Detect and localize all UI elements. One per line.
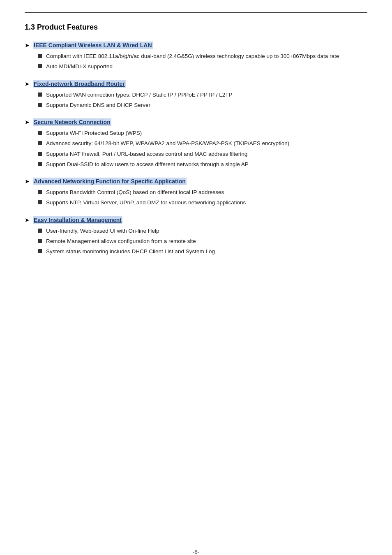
bullet-square-icon [38, 200, 42, 204]
list-item: Supports NTP, Virtual Server, UPnP, and … [38, 199, 367, 207]
list-item: Supports Dynamic DNS and DHCP Server [38, 101, 367, 109]
feature-heading-row-ieee-lan: ➤IEEE Compliant Wireless LAN & Wired LAN [25, 42, 367, 49]
bullet-text: Advanced security: 64/128-bit WEP, WPA/W… [46, 139, 367, 148]
bullet-square-icon [38, 141, 42, 145]
arrow-icon: ➤ [25, 42, 30, 49]
feature-heading-text-easy-install: Easy Installation & Management [33, 216, 122, 224]
list-item: Supports NAT firewall, Port / URL-based … [38, 150, 367, 158]
arrow-icon: ➤ [25, 81, 30, 87]
bullet-text: Supports NTP, Virtual Server, UPnP, and … [46, 199, 367, 207]
bullet-list-easy-install: User-friendly, Web-based UI with On-line… [38, 227, 367, 256]
feature-heading-text-ieee-lan: IEEE Compliant Wireless LAN & Wired LAN [33, 42, 153, 49]
arrow-icon: ➤ [25, 217, 30, 223]
feature-section-fixed-broadband: ➤Fixed-network Broadband RouterSupported… [25, 80, 367, 110]
feature-section-ieee-lan: ➤IEEE Compliant Wireless LAN & Wired LAN… [25, 42, 367, 71]
list-item: Compliant with IEEE 802.11a/b/g/n/ac dua… [38, 52, 367, 60]
feature-heading-row-secure-network: ➤Secure Network Connection [25, 118, 367, 126]
bullet-square-icon [38, 92, 42, 97]
bullet-square-icon [38, 131, 42, 135]
bullet-text: Supported WAN connection types: DHCP / S… [46, 91, 367, 99]
bullet-list-secure-network: Supports Wi-Fi Protected Setup (WPS)Adva… [38, 129, 367, 169]
list-item: Supports Bandwidth Control (QoS) based o… [38, 188, 367, 197]
list-item: Advanced security: 64/128-bit WEP, WPA/W… [38, 139, 367, 148]
bullet-text: Support Dual-SSID to allow users to acce… [46, 160, 367, 169]
bullet-text: Supports Bandwidth Control (QoS) based o… [46, 188, 367, 197]
page-footer: -6- [0, 549, 392, 555]
bullet-square-icon [38, 190, 42, 194]
bullet-square-icon [38, 152, 42, 156]
bullet-text: Remote Management allows configuration f… [46, 237, 367, 245]
bullet-list-fixed-broadband: Supported WAN connection types: DHCP / S… [38, 91, 367, 110]
bullet-square-icon [38, 239, 42, 243]
bullet-text: Supports Dynamic DNS and DHCP Server [46, 101, 367, 109]
bullet-text: System status monitoring includes DHCP C… [46, 247, 367, 256]
page-container: 1.3 Product Features ➤IEEE Compliant Wir… [0, 12, 392, 555]
feature-heading-row-advanced-networking: ➤Advanced Networking Function for Specif… [25, 178, 367, 185]
bullet-text: Auto MDI/MDI-X supported [46, 62, 367, 71]
list-item: User-friendly, Web-based UI with On-line… [38, 227, 367, 235]
bullet-square-icon [38, 249, 42, 253]
list-item: Supported WAN connection types: DHCP / S… [38, 91, 367, 99]
bullet-text: User-friendly, Web-based UI with On-line… [46, 227, 367, 235]
bullet-square-icon [38, 229, 42, 233]
bullet-list-advanced-networking: Supports Bandwidth Control (QoS) based o… [38, 188, 367, 207]
bullet-text: Supports NAT firewall, Port / URL-based … [46, 150, 367, 158]
bullet-text: Compliant with IEEE 802.11a/b/g/n/ac dua… [46, 52, 367, 60]
feature-heading-text-advanced-networking: Advanced Networking Function for Specifi… [33, 178, 187, 185]
section-title: 1.3 Product Features [25, 23, 367, 32]
feature-section-easy-install: ➤Easy Installation & ManagementUser-frie… [25, 216, 367, 256]
bullet-square-icon [38, 103, 42, 107]
top-divider [25, 12, 367, 13]
list-item: Support Dual-SSID to allow users to acce… [38, 160, 367, 169]
feature-heading-text-fixed-broadband: Fixed-network Broadband Router [33, 80, 126, 88]
list-item: Remote Management allows configuration f… [38, 237, 367, 245]
bullet-list-ieee-lan: Compliant with IEEE 802.11a/b/g/n/ac dua… [38, 52, 367, 71]
feature-section-advanced-networking: ➤Advanced Networking Function for Specif… [25, 178, 367, 207]
feature-heading-row-easy-install: ➤Easy Installation & Management [25, 216, 367, 224]
bullet-square-icon [38, 54, 42, 58]
bullet-text: Supports Wi-Fi Protected Setup (WPS) [46, 129, 367, 137]
feature-section-secure-network: ➤Secure Network ConnectionSupports Wi-Fi… [25, 118, 367, 169]
list-item: System status monitoring includes DHCP C… [38, 247, 367, 256]
list-item: Auto MDI/MDI-X supported [38, 62, 367, 71]
feature-heading-row-fixed-broadband: ➤Fixed-network Broadband Router [25, 80, 367, 88]
arrow-icon: ➤ [25, 178, 30, 185]
feature-heading-text-secure-network: Secure Network Connection [33, 118, 111, 126]
arrow-icon: ➤ [25, 119, 30, 125]
list-item: Supports Wi-Fi Protected Setup (WPS) [38, 129, 367, 137]
bullet-square-icon [38, 162, 42, 166]
features-container: ➤IEEE Compliant Wireless LAN & Wired LAN… [25, 42, 367, 256]
bullet-square-icon [38, 64, 42, 68]
